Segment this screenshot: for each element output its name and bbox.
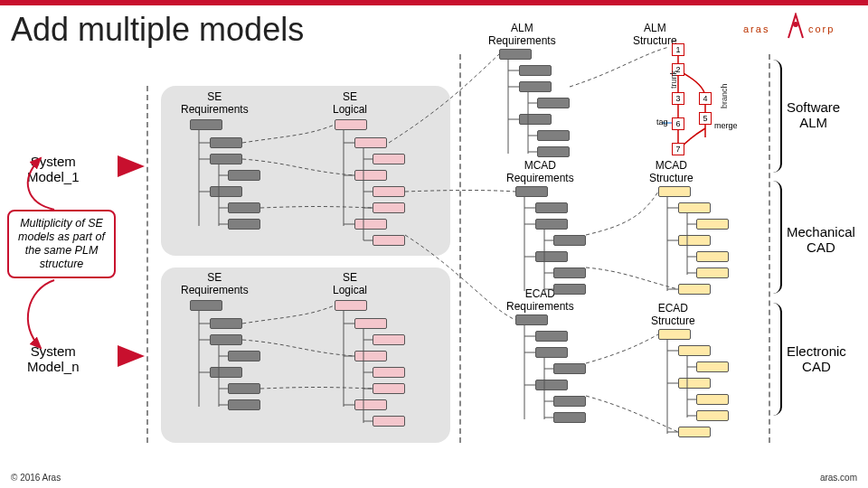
tree-node — [373, 202, 405, 213]
tree-node — [696, 267, 729, 278]
branch-node: 3 — [672, 92, 684, 105]
red-arrow-n — [118, 345, 145, 367]
tree-node — [190, 300, 222, 311]
tree-node — [373, 334, 405, 345]
se-req-label-1: SE Requirements — [181, 90, 249, 116]
branch-node: 7 — [672, 143, 684, 155]
alm-req-label: ALM Requirements — [488, 22, 556, 47]
tree-node — [678, 378, 711, 389]
tree-node — [335, 119, 367, 130]
system-model-1-label: System Model_1 — [27, 154, 80, 184]
tree-node — [210, 137, 242, 148]
tree-node — [519, 65, 552, 76]
mechanical-cad-label: Mechanical CAD — [787, 224, 855, 255]
multiplicity-bubble: Multiplicity of SE models as part of the… — [7, 210, 116, 278]
tree-node — [354, 399, 387, 410]
svg-text:aras: aras — [743, 23, 769, 34]
tree-node — [228, 351, 260, 361]
system-model-n-label: System Model_n — [27, 343, 80, 374]
tree-node — [535, 219, 568, 230]
tree-node — [373, 416, 405, 427]
tree-node — [228, 202, 260, 213]
branch-node: 4 — [699, 92, 712, 105]
page-title: Add multiple models — [11, 11, 304, 49]
se-req-label-n: SE Requirements — [181, 271, 249, 296]
tree-node — [553, 235, 586, 246]
tree-node — [553, 412, 586, 423]
tree-node — [354, 137, 387, 148]
trunk-label: trunk — [669, 70, 678, 89]
tree-node — [678, 284, 711, 295]
tree-node — [519, 81, 552, 92]
tree-node — [354, 219, 387, 230]
tree-node — [658, 329, 691, 340]
separator-right — [769, 54, 770, 443]
tree-node — [354, 351, 387, 361]
tree-node — [696, 410, 729, 421]
tree-node — [354, 318, 387, 329]
tree-node — [210, 186, 242, 197]
tree-node — [373, 235, 405, 246]
tree-node — [537, 146, 570, 157]
tree-node — [373, 367, 405, 378]
tree-node — [519, 114, 552, 125]
tree-node — [696, 394, 729, 405]
branch-node: 6 — [672, 117, 684, 130]
curly-software — [773, 60, 782, 173]
tree-node — [210, 318, 242, 329]
tree-node — [678, 345, 711, 356]
aras-logo: aras corp — [743, 13, 843, 42]
tree-node — [228, 399, 260, 410]
tree-node — [553, 363, 586, 374]
svg-text:corp: corp — [808, 23, 835, 34]
branch-node: 5 — [699, 112, 712, 125]
tree-node — [499, 49, 532, 60]
tree-node — [228, 383, 260, 394]
tree-node — [678, 427, 711, 437]
tree-node — [658, 186, 691, 197]
curly-ecad — [773, 303, 782, 416]
tree-node — [553, 284, 586, 295]
software-alm-label: Software ALM — [787, 99, 840, 130]
tree-node — [210, 367, 242, 378]
tree-node — [210, 334, 242, 345]
tree-node — [228, 219, 260, 230]
se-log-label-n: SE Logical — [333, 271, 367, 296]
footer-copyright: © 2016 Aras — [11, 473, 61, 483]
tree-node — [535, 380, 568, 390]
tree-node — [535, 331, 568, 342]
alm-structure-branch-diagram: 1 2 3 4 5 6 7 trunk branch tag merge — [660, 43, 760, 161]
tag-label: tag — [656, 117, 668, 127]
tree-node — [515, 314, 548, 325]
red-arrow-1 — [118, 155, 145, 177]
footer-url: aras.com — [820, 473, 857, 483]
tree-node — [373, 154, 405, 164]
ecad-str-label: ECAD Structure — [651, 302, 695, 327]
tree-node — [537, 130, 570, 141]
tree-node — [696, 219, 729, 230]
mcad-str-label: MCAD Structure — [649, 159, 693, 184]
tree-node — [515, 186, 548, 197]
top-accent-bar — [0, 0, 868, 5]
tree-node — [210, 154, 242, 164]
tree-node — [373, 383, 405, 394]
separator-left — [146, 86, 148, 443]
tree-node — [335, 300, 367, 311]
svg-point-1 — [793, 22, 798, 27]
branch-label: branch — [720, 83, 729, 108]
curly-mech — [773, 181, 782, 294]
separator-mid — [459, 54, 461, 443]
branch-node: 1 — [672, 43, 684, 56]
tree-node — [537, 98, 570, 108]
tree-node — [373, 186, 405, 197]
tree-node — [535, 251, 568, 262]
tree-node — [228, 170, 260, 181]
tree-node — [354, 170, 387, 181]
tree-node — [553, 396, 586, 407]
tree-node — [678, 235, 711, 246]
tree-node — [535, 202, 568, 213]
tree-node — [678, 202, 711, 213]
se-log-label-1: SE Logical — [333, 90, 367, 116]
tree-node — [696, 251, 729, 262]
tree-node — [535, 347, 568, 358]
